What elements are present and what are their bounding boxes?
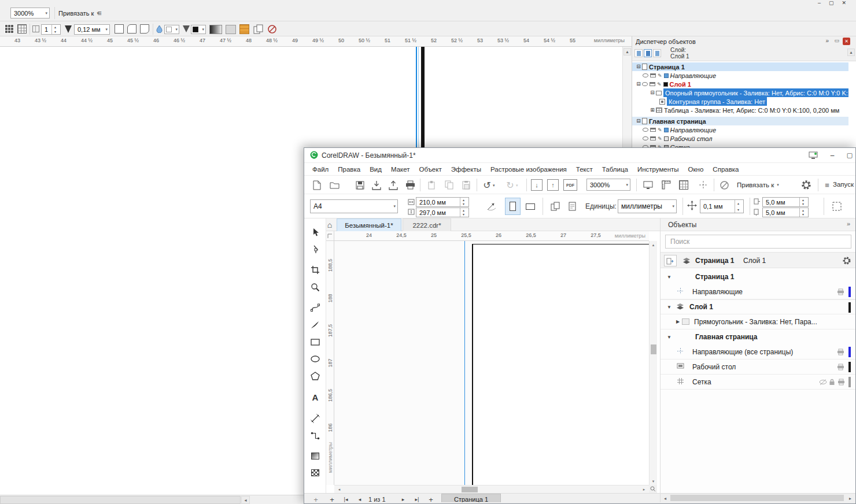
ruler-origin-button[interactable] — [326, 231, 334, 241]
title-bar[interactable]: CorelDRAW - Безымянный-1* – ▢ — [304, 148, 855, 163]
page-size-combobox[interactable]: A4▾ — [310, 199, 398, 213]
printable-icon[interactable] — [837, 349, 844, 357]
crop-tool[interactable] — [308, 263, 322, 277]
bg-hscroll-thumb[interactable] — [0, 496, 241, 504]
bg-horizontal-ruler[interactable]: 43 43 ½ 44 44 ½ 45 45 ½ 46 46 ½ 47 47 ½ … — [0, 36, 632, 47]
no-fill-icon[interactable] — [267, 24, 277, 36]
outline-color-picker[interactable]: ▾ — [191, 25, 206, 34]
menu-layout[interactable]: Макет — [386, 166, 415, 173]
menu-table[interactable]: Таблица — [597, 166, 633, 173]
launch-label[interactable]: Запуск — [833, 181, 854, 188]
scroll-down-button[interactable]: ▾ — [650, 477, 657, 485]
text-tool[interactable]: А — [308, 390, 322, 404]
visibility-icon[interactable] — [643, 73, 648, 77]
ellipse-tool[interactable] — [308, 352, 322, 366]
view-button-3[interactable] — [653, 49, 661, 57]
objects-search-input[interactable] — [665, 235, 851, 249]
printable-icon[interactable] — [650, 128, 656, 132]
bounding-box-button[interactable] — [828, 198, 846, 215]
doc-tab-inactive[interactable]: 2222.cdr* — [403, 218, 451, 231]
tree-row-master-page[interactable]: ⊟ Главная страница — [632, 117, 848, 125]
scroll-up-button[interactable]: ▴ — [650, 241, 657, 249]
visibility-icon[interactable] — [643, 136, 648, 140]
hscroll-thumb[interactable] — [670, 495, 844, 501]
freehand-tool[interactable] — [308, 301, 322, 314]
open-icon[interactable] — [329, 179, 340, 191]
editable-icon[interactable]: ✎ — [658, 127, 662, 133]
doc-tab-active[interactable]: Безымянный-1* — [337, 218, 401, 231]
grid-toggle-icon[interactable] — [679, 180, 688, 190]
units-combobox[interactable]: миллиметры▾ — [618, 199, 677, 213]
expand-caret[interactable]: ▶ — [674, 319, 682, 324]
docker-float-icon[interactable]: ▭ — [834, 38, 839, 43]
pages-icon[interactable] — [253, 24, 263, 36]
menu-bitmaps[interactable]: Растровые изображения — [486, 166, 571, 173]
tree-row-desktop[interactable]: ✎ Рабочий стол — [632, 134, 848, 143]
page-nav-button[interactable] — [664, 255, 677, 266]
printable-icon[interactable] — [650, 73, 656, 77]
snap-to-button[interactable]: Привязать к▾ — [58, 8, 99, 18]
options-gear-icon[interactable] — [800, 179, 812, 192]
fullscreen-preview-icon[interactable] — [642, 179, 654, 191]
canvas-vscrollbar[interactable]: ▴ ▾ — [649, 241, 657, 485]
portrait-button[interactable] — [505, 198, 521, 215]
docker-expand-icon[interactable]: » — [847, 220, 850, 227]
angle-icon[interactable] — [486, 201, 497, 213]
tree-row-guides-master[interactable]: ✎ Направляющие — [632, 125, 848, 134]
scroll-right-button[interactable]: ▸ — [847, 495, 854, 502]
maximize-button[interactable]: ▢ — [842, 148, 856, 162]
pick-tool[interactable] — [308, 225, 322, 239]
vertical-guideline[interactable] — [464, 241, 465, 485]
zoom-tool[interactable] — [308, 280, 322, 294]
connector-tool[interactable] — [308, 429, 322, 443]
home-icon[interactable]: ⌂ — [325, 220, 334, 229]
expander-icon[interactable]: ⊟ — [635, 118, 642, 124]
settings-gear-icon[interactable] — [842, 256, 851, 267]
save-icon[interactable] — [354, 179, 366, 191]
undo-icon[interactable]: ↺ — [481, 179, 493, 191]
table-options-icon[interactable] — [239, 24, 249, 34]
page-height-field[interactable]: 297,0 мм▴▾ — [416, 207, 469, 217]
docker-close-icon[interactable]: ✕ — [843, 38, 850, 45]
snap-to-button[interactable]: Привязать к▾ — [737, 179, 779, 191]
export-icon[interactable] — [388, 179, 399, 191]
redo-icon[interactable]: ↻ — [504, 179, 516, 191]
objects-row-master[interactable]: ▼ Главная страница — [661, 329, 855, 344]
scroll-left-button[interactable]: ◂ — [335, 486, 343, 493]
zoom-combobox[interactable]: 3000%▾ — [10, 8, 50, 18]
vscroll-thumb[interactable] — [651, 344, 656, 354]
redo-dropdown-icon[interactable]: ▾ — [516, 183, 518, 188]
table-icon[interactable] — [17, 24, 27, 34]
tree-row-table[interactable]: ⊞ Таблица - Заливка: Нет, Абрис: C:0 M:0… — [632, 106, 848, 114]
view-button-2[interactable] — [644, 49, 652, 57]
tree-row-rectangle[interactable]: ⊟ Опорный прямоугольник - Заливка: Нет, … — [632, 88, 848, 97]
snap-grid-icon[interactable] — [5, 24, 14, 34]
collapse-caret[interactable]: ▼ — [665, 305, 673, 310]
docker-scroll-up-button[interactable]: ▴ — [847, 49, 855, 56]
visibility-icon[interactable] — [643, 128, 648, 132]
corner-style-icon-1[interactable] — [115, 24, 124, 34]
vertical-ruler[interactable]: 188,5 188 187,5 187 186,5 186 миллиметры — [326, 241, 334, 485]
dimension-tool[interactable] — [308, 412, 322, 425]
visibility-off-icon[interactable] — [819, 379, 827, 387]
canvas-hscrollbar[interactable]: ◂ ▸ — [334, 485, 649, 493]
export-dialog-icon[interactable]: ↑ — [547, 179, 559, 191]
rulers-toggle-icon[interactable] — [661, 179, 672, 191]
outline-width-combobox[interactable]: 0,12 мм▾ — [74, 24, 110, 35]
nudge-field[interactable]: 0,1 мм▴▾ — [700, 199, 744, 213]
view-button-1[interactable] — [634, 49, 643, 57]
tree-row-page-1[interactable]: ⊟ Страница 1 — [632, 62, 848, 71]
capture-icon[interactable] — [809, 151, 818, 161]
menu-tools[interactable]: Инструменты — [633, 166, 684, 173]
visibility-icon[interactable] — [642, 82, 648, 86]
printable-icon[interactable] — [837, 288, 844, 297]
objects-row-rectangle[interactable]: ▶ Прямоугольник - Заливка: Нет, Пара... — [661, 314, 855, 329]
gradient-swatch[interactable] — [209, 25, 222, 34]
objects-row-desktop[interactable]: Рабочий стол — [661, 360, 855, 375]
expander-icon[interactable]: ⊟ — [635, 81, 642, 87]
menu-window[interactable]: Окно — [684, 166, 709, 173]
collapse-caret[interactable]: ▼ — [665, 335, 673, 340]
menu-help[interactable]: Справка — [708, 166, 743, 173]
objects-row-guides1[interactable]: Направляющие — [661, 284, 855, 299]
new-document-icon[interactable] — [311, 179, 323, 191]
